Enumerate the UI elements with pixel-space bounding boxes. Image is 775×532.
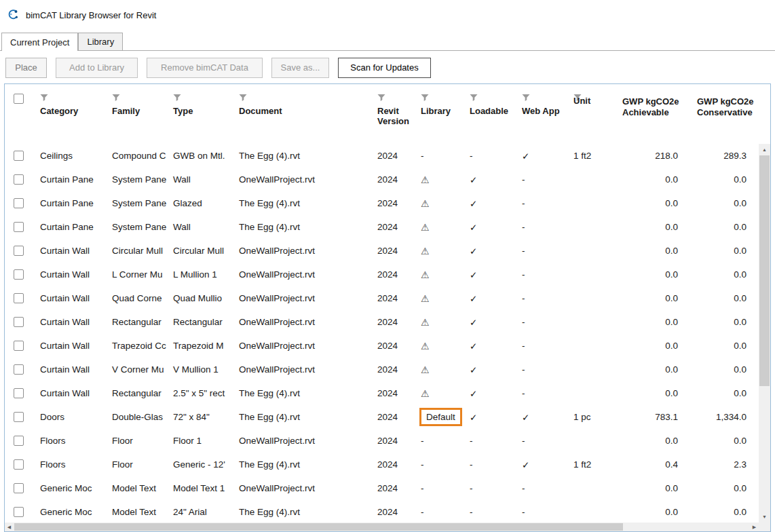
cell-revit-version: 2024 (372, 168, 415, 191)
filter-icon[interactable] (421, 94, 429, 102)
table-row[interactable]: Curtain Wall Rectangular Rectangular One… (5, 310, 770, 334)
cell-unit (568, 500, 617, 522)
cell-type: Trapezoid M (168, 334, 233, 358)
cell-category: Curtain Pane (35, 168, 107, 191)
row-checkbox[interactable] (14, 388, 24, 398)
table-row[interactable]: Curtain Wall Trapezoid Cc Trapezoid M On… (5, 334, 770, 358)
column-header-family[interactable]: Family (107, 84, 168, 144)
place-button[interactable]: Place (5, 58, 47, 78)
table-row[interactable]: Curtain Wall Rectangular 2.5" x 5" rect … (5, 381, 770, 405)
row-checkbox[interactable] (14, 246, 24, 256)
scroll-left-icon[interactable]: ◀ (5, 522, 14, 531)
scroll-up-icon[interactable]: ▲ (759, 144, 770, 155)
column-header-gwp-conservative[interactable]: GWP kgCO2e Conservative (692, 84, 760, 144)
cell-gwp-conservative: 0.0 (692, 286, 760, 310)
row-checkbox[interactable] (14, 269, 24, 280)
cell-gwp-conservative: 0.0 (692, 358, 760, 381)
filter-icon[interactable] (112, 94, 120, 102)
column-header-library[interactable]: Library (415, 84, 464, 144)
scroll-down-icon[interactable]: ▼ (759, 511, 770, 522)
table-row[interactable]: Doors Double-Glas 72" x 84" The Egg (4).… (5, 405, 770, 429)
column-header-type[interactable]: Type (168, 84, 233, 144)
warning-icon: ⚠ (421, 222, 430, 233)
cell-category: Curtain Wall (35, 310, 107, 334)
table-row[interactable]: Curtain Pane System Pane Wall OneWallPro… (5, 168, 770, 191)
cell-family: Circular Mull (107, 239, 168, 263)
cell-gwp-conservative: 0.0 (692, 500, 760, 522)
table-row[interactable]: Curtain Wall Quad Corne Quad Mullio OneW… (5, 286, 770, 310)
cell-library: - (415, 500, 464, 522)
row-checkbox[interactable] (14, 412, 24, 422)
row-checkbox[interactable] (14, 198, 24, 208)
remove-bimcat-data-button[interactable]: Remove bimCAT Data (147, 58, 263, 78)
filter-icon[interactable] (377, 94, 385, 102)
table-row[interactable]: Generic Moc Model Text Model Text 1 OneW… (5, 476, 770, 500)
row-checkbox[interactable] (14, 436, 24, 446)
column-header-category[interactable]: Category (35, 84, 107, 144)
cell-web-app: - (516, 191, 568, 215)
column-header-document[interactable]: Document (233, 84, 372, 144)
scroll-right-icon[interactable]: ▶ (750, 522, 759, 531)
column-header-label: GWP kgCO2e Conservative (697, 96, 760, 119)
cell-revit-version: 2024 (372, 263, 415, 286)
cell-family: System Pane (107, 215, 168, 239)
row-checkbox[interactable] (14, 507, 24, 517)
row-checkbox[interactable] (14, 174, 24, 185)
column-header-unit[interactable]: Unit (568, 84, 617, 144)
cell-web-app: - (516, 239, 568, 263)
cell-type: Wall (168, 168, 233, 191)
scan-for-updates-button[interactable]: Scan for Updates (338, 58, 431, 78)
row-checkbox[interactable] (14, 341, 24, 351)
table-row[interactable]: Curtain Pane System Pane Wall The Egg (4… (5, 215, 770, 239)
column-header-gwp-achievable[interactable]: GWP kgCO2e Achievable (617, 84, 692, 144)
filter-icon[interactable] (239, 94, 247, 102)
cell-family: L Corner Mu (107, 263, 168, 286)
cell-category: Curtain Wall (35, 239, 107, 263)
cell-revit-version: 2024 (372, 286, 415, 310)
cell-family: System Pane (107, 191, 168, 215)
cell-type: Model Text 1 (168, 476, 233, 500)
row-checkbox[interactable] (14, 293, 24, 303)
add-to-library-button[interactable]: Add to Library (56, 58, 138, 78)
cell-select (5, 381, 35, 405)
table-row[interactable]: Generic Moc Model Text 24" Arial The Egg… (5, 500, 770, 522)
column-header-revit-version[interactable]: Revit Version (372, 84, 415, 144)
cell-category: Floors (35, 429, 107, 453)
filter-icon[interactable] (470, 94, 478, 102)
column-header-web-app[interactable]: Web App (516, 84, 568, 144)
cell-web-app: - (516, 215, 568, 239)
tab-library[interactable]: Library (78, 33, 123, 50)
horizontal-scrollbar[interactable]: ◀ ▶ (5, 522, 759, 531)
row-checkbox[interactable] (14, 459, 24, 470)
save-as-button[interactable]: Save as... (271, 58, 329, 78)
filter-icon[interactable] (40, 94, 48, 102)
row-checkbox[interactable] (14, 222, 24, 232)
table-row[interactable]: Floors Floor Floor 1 OneWallProject.rvt … (5, 429, 770, 453)
row-checkbox[interactable] (14, 317, 24, 327)
cell-unit (568, 429, 617, 453)
horizontal-scrollbar-thumb[interactable] (14, 523, 623, 531)
select-all-checkbox[interactable] (14, 94, 24, 104)
table-row[interactable]: Curtain Wall Circular Mull Circular Mull… (5, 239, 770, 263)
cell-type: L Mullion 1 (168, 263, 233, 286)
row-checkbox[interactable] (14, 483, 24, 493)
table-row[interactable]: Curtain Wall V Corner Mu V Mullion 1 One… (5, 358, 770, 381)
filter-icon[interactable] (173, 94, 181, 102)
table-row[interactable]: Curtain Pane System Pane Glazed The Egg … (5, 191, 770, 215)
column-header-loadable[interactable]: Loadable (464, 84, 516, 144)
vertical-scrollbar[interactable]: ▲ ▼ (759, 144, 770, 522)
tab-current-project[interactable]: Current Project (1, 33, 78, 51)
table-row[interactable]: Curtain Wall L Corner Mu L Mullion 1 One… (5, 263, 770, 286)
row-checkbox[interactable] (14, 364, 24, 375)
row-checkbox[interactable] (14, 151, 24, 161)
cell-web-app: - (516, 500, 568, 522)
cell-web-app: ✓ (516, 453, 568, 476)
cell-category: Generic Moc (35, 500, 107, 522)
cell-document: The Egg (4).rvt (233, 500, 372, 522)
cell-family: Floor (107, 429, 168, 453)
vertical-scrollbar-thumb[interactable] (759, 155, 770, 386)
filter-icon[interactable] (522, 94, 530, 102)
table-row[interactable]: Ceilings Compound C GWB on Mtl. The Egg … (5, 144, 770, 168)
table-row[interactable]: Floors Floor Generic - 12' The Egg (4).r… (5, 453, 770, 476)
cell-select (5, 429, 35, 453)
